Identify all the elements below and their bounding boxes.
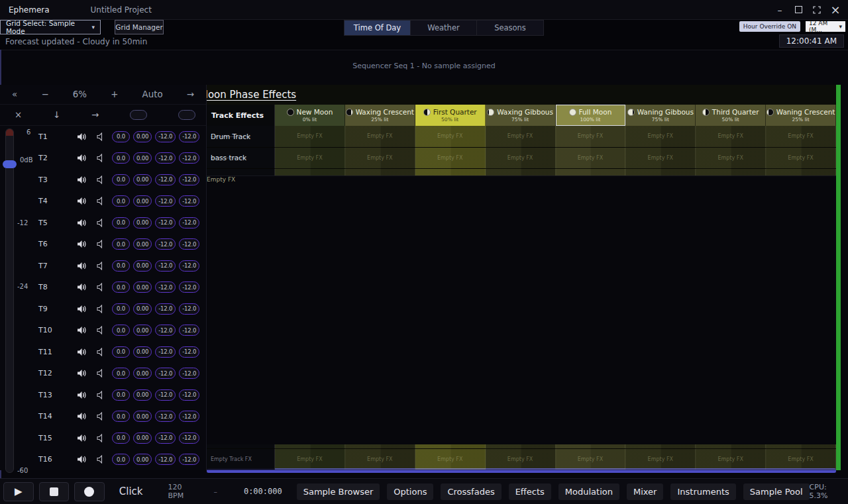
send-a-value[interactable]: -12.0 [155,346,176,358]
volume-value[interactable]: 0.0 [112,454,130,465]
tool-pill-2[interactable] [178,110,195,120]
click-toggle[interactable]: Click [119,485,143,497]
send-a-value[interactable]: -12.0 [155,325,176,336]
close-tool-icon[interactable]: × [15,110,22,120]
send-a-value[interactable]: -12.0 [155,174,176,185]
speaker-mute-icon[interactable] [93,323,109,338]
phase-header-first-quarter[interactable]: First Quarter 50% lit [415,105,486,126]
speaker-mute-icon[interactable] [93,172,109,187]
tab-time-of-day[interactable]: Time Of Day [344,21,411,35]
effect-cell[interactable]: Empty FX Empty FX [625,148,696,169]
pan-value[interactable]: 0.00 [133,346,152,358]
volume-value[interactable]: 0.0 [112,217,130,228]
tab-weather[interactable]: Weather [411,21,477,35]
send-a-value[interactable]: -12.0 [155,389,176,401]
effect-cell[interactable]: Empty FX Empty FX [766,126,836,147]
effect-cell[interactable]: Empty FX Empty FX [486,148,556,169]
play-button[interactable]: ▶ [3,482,34,501]
effect-track-name[interactable]: Drum Track [207,126,275,147]
volume-value[interactable]: 0.0 [112,260,130,272]
speaker-mute-icon[interactable] [93,301,109,317]
pan-value[interactable]: 0.00 [133,152,152,164]
send-a-value[interactable]: -12.0 [155,260,176,272]
effect-cell[interactable]: Empty FX Empty FX [415,148,486,169]
send-a-value[interactable]: -12.0 [155,152,176,164]
send-b-value[interactable]: -12.0 [179,346,199,358]
speaker-on-icon[interactable] [74,344,89,360]
send-a-value[interactable]: -12.0 [155,195,176,207]
pan-value[interactable]: 0.00 [133,131,152,142]
hour-select-dropdown[interactable]: 12 AM (M... ▾ [806,21,845,32]
effect-cell[interactable]: Empty FX Empty FX [275,126,345,147]
pan-value[interactable]: 0.00 [133,260,152,272]
effect-cell[interactable]: Empty FX Empty FX [415,449,486,470]
send-b-value[interactable]: -12.0 [179,389,199,401]
effect-cell[interactable]: Empty FX Empty FX [556,148,626,169]
speaker-on-icon[interactable] [74,409,89,425]
speaker-on-icon[interactable] [74,150,89,166]
send-b-value[interactable]: -12.0 [179,217,199,228]
send-b-value[interactable]: -12.0 [179,432,199,444]
pan-value[interactable]: 0.00 [133,174,152,185]
volume-value[interactable]: 0.0 [112,432,130,444]
volume-value[interactable]: 0.0 [112,195,130,207]
pan-value[interactable]: 0.00 [133,217,152,228]
speaker-on-icon[interactable] [74,128,89,144]
close-icon[interactable]: × [828,3,843,17]
volume-value[interactable]: 0.0 [112,303,130,315]
speaker-on-icon[interactable] [74,215,89,230]
speaker-on-icon[interactable] [74,236,89,252]
send-b-value[interactable]: -12.0 [179,303,199,315]
send-a-value[interactable]: -12.0 [155,217,176,228]
panel-button-effects[interactable]: Effects [509,483,551,500]
send-b-value[interactable]: -12.0 [179,411,199,422]
vertical-scrollbar-thumb[interactable] [836,85,841,470]
volume-value[interactable]: 0.0 [112,238,130,250]
speaker-mute-icon[interactable] [93,430,109,446]
send-a-value[interactable]: -12.0 [155,454,176,465]
speaker-mute-icon[interactable] [93,236,109,252]
effect-cell[interactable]: Empty FX Empty FX [766,449,836,470]
effect-track-name[interactable]: bass track [207,148,275,169]
effect-cell[interactable]: Empty FX Empty FX [486,126,556,147]
send-b-value[interactable]: -12.0 [179,238,199,250]
send-b-value[interactable]: -12.0 [179,454,199,465]
phase-header-waning-gibbous[interactable]: Waning Gibbous 75% lit [625,105,696,126]
pan-value[interactable]: 0.00 [133,454,152,465]
minimize-icon[interactable]: – [772,3,787,17]
phase-header-waxing-crescent[interactable]: Waxing Crescent 25% lit [345,105,415,126]
effect-cell[interactable]: Empty FX Empty FX [556,126,626,147]
speaker-mute-icon[interactable] [93,150,109,166]
grid-select-dropdown[interactable]: Grid Select: Sample Mode ▾ [0,20,101,34]
effect-cell[interactable]: Empty FX Empty FX [625,126,696,147]
panel-button-crossfades[interactable]: Crossfades [441,483,501,500]
phase-header-full-moon[interactable]: Full Moon 100% lit [556,105,626,126]
speaker-on-icon[interactable] [74,366,89,381]
scroll-right-button[interactable]: → [187,89,194,99]
stop-button[interactable] [39,482,70,501]
volume-value[interactable]: 0.0 [112,174,130,185]
speaker-mute-icon[interactable] [93,279,109,295]
speaker-on-icon[interactable] [74,279,89,295]
speaker-on-icon[interactable] [74,301,89,317]
speaker-mute-icon[interactable] [93,128,109,144]
zoom-in-button[interactable]: + [111,89,118,99]
speaker-on-icon[interactable] [74,258,89,274]
volume-value[interactable]: 0.0 [112,368,130,379]
speaker-on-icon[interactable] [74,193,89,209]
effect-cell[interactable]: Empty FX Empty FX [696,449,766,470]
speaker-mute-icon[interactable] [93,387,109,403]
speaker-mute-icon[interactable] [93,193,109,209]
speaker-mute-icon[interactable] [93,344,109,360]
pan-value[interactable]: 0.00 [133,281,152,293]
effect-cell[interactable]: Empty FX Empty FX [275,449,345,470]
phase-header-waxing-gibbous[interactable]: Waxing Gibbous 75% lit [486,105,556,126]
record-button[interactable] [74,482,105,501]
send-b-value[interactable]: -12.0 [179,325,199,336]
pan-value[interactable]: 0.00 [133,325,152,336]
panel-button-sample-browser[interactable]: Sample Browser [297,483,380,500]
pan-value[interactable]: 0.00 [133,368,152,379]
send-a-value[interactable]: -12.0 [155,281,176,293]
pan-value[interactable]: 0.00 [133,238,152,250]
phase-header-new-moon[interactable]: New Moon 0% lit [275,105,345,126]
